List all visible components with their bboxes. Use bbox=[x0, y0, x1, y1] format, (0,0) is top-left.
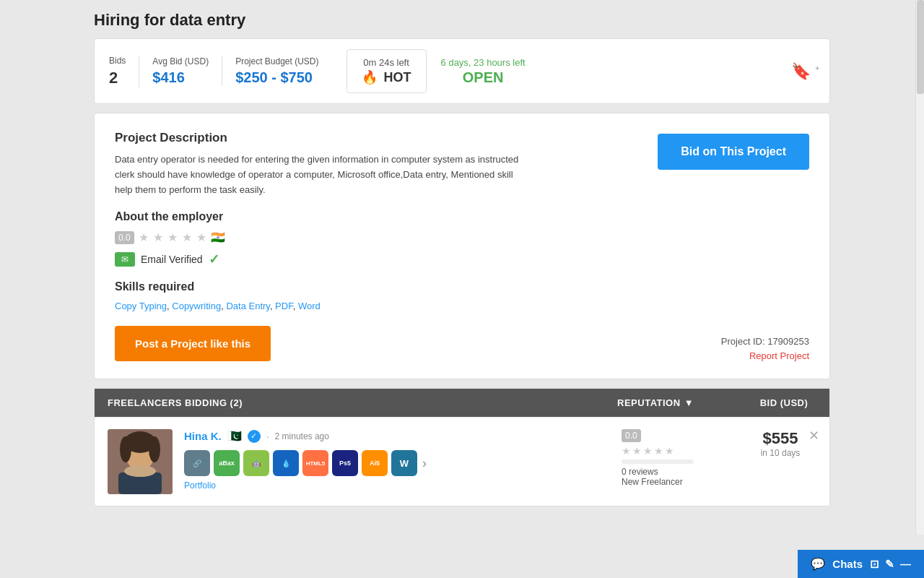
chats-minimize-icon[interactable]: — bbox=[900, 558, 911, 571]
freelancer-name[interactable]: Hina K. bbox=[184, 430, 222, 442]
skill-copy-typing[interactable]: Copy Typing bbox=[115, 301, 167, 311]
avg-bid-stat: Avg Bid (USD) $416 bbox=[139, 56, 222, 86]
project-id-text: Project ID: 17909253 bbox=[721, 336, 809, 347]
bids-label: Bids bbox=[109, 56, 126, 66]
svg-point-6 bbox=[120, 436, 131, 462]
svg-point-7 bbox=[149, 436, 160, 462]
portfolio-link[interactable]: Portfolio bbox=[184, 480, 216, 491]
chats-expand-icon[interactable]: ⊡ bbox=[870, 558, 879, 571]
fire-icon: 🔥 bbox=[362, 70, 378, 85]
skill-word[interactable]: Word bbox=[298, 301, 321, 311]
email-verified-row: ✉ Email Verified ✓ bbox=[115, 251, 519, 267]
rep-star-1: ★ bbox=[622, 445, 631, 457]
rep-bar bbox=[622, 460, 694, 464]
star-4: ★ bbox=[182, 230, 192, 244]
star-5: ★ bbox=[196, 230, 206, 244]
star-1: ★ bbox=[139, 230, 149, 244]
employer-rating-row: 0.0 ★ ★ ★ ★ ★ 🇮🇳 bbox=[115, 230, 519, 244]
freelancer-info: Hina K. 🇵🇰 ✓ · 2 minutes ago 🔗 aBax 🤖 💧 … bbox=[173, 429, 614, 491]
avg-bid-value: $416 bbox=[152, 69, 209, 86]
separator: · bbox=[266, 431, 269, 442]
rep-star-4: ★ bbox=[654, 445, 663, 457]
chats-label: Chats bbox=[832, 558, 863, 570]
bookmark-icon: 🔖 bbox=[791, 62, 811, 80]
scrollbar-thumb[interactable] bbox=[917, 0, 924, 94]
employer-rating-score: 0.0 bbox=[115, 231, 134, 244]
skill-icons-row: 🔗 aBax 🤖 💧 HTML5 Ps5 Ai5 W › bbox=[184, 450, 614, 476]
freelancers-section: FREELANCERS BIDDING (2) REPUTATION ▼ BID… bbox=[94, 388, 830, 506]
checkmark-icon: ✓ bbox=[209, 251, 219, 267]
rep-new-label: New Freelancer bbox=[622, 477, 737, 487]
bid-col-header: BID (USD) bbox=[751, 397, 816, 408]
skill-copywriting[interactable]: Copywriting bbox=[172, 301, 221, 311]
rep-score: 0.0 bbox=[622, 429, 641, 442]
skills-title: Skills required bbox=[115, 280, 519, 293]
skills-list: Copy Typing, Copywriting, Data Entry, PD… bbox=[115, 301, 519, 311]
budget-value: $250 - $750 bbox=[235, 69, 318, 86]
country-flag: 🇮🇳 bbox=[211, 230, 225, 244]
avg-bid-label: Avg Bid (USD) bbox=[152, 56, 209, 66]
project-card: Project Description Data entry operator … bbox=[94, 113, 830, 379]
skill-badge-ai5: Ai5 bbox=[362, 450, 388, 476]
bookmark-button[interactable]: 🔖 + bbox=[791, 62, 819, 81]
hot-label: 🔥 HOT bbox=[362, 69, 411, 85]
project-desc-title: Project Description bbox=[115, 131, 519, 145]
skill-data-entry[interactable]: Data Entry bbox=[226, 301, 269, 311]
scrollbar-track[interactable] bbox=[915, 0, 924, 535]
skill-badge-ajax: aBax bbox=[214, 450, 240, 476]
report-project-link[interactable]: Report Project bbox=[749, 350, 809, 361]
email-icon: ✉ bbox=[115, 252, 135, 267]
rep-star-5: ★ bbox=[665, 445, 674, 457]
sort-icon[interactable]: ▼ bbox=[684, 397, 694, 408]
chats-settings-icon[interactable]: ✎ bbox=[885, 558, 894, 571]
rep-star-2: ★ bbox=[632, 445, 642, 457]
skill-badge-link: 🔗 bbox=[184, 450, 210, 476]
page-title: Hiring for data entry bbox=[94, 11, 830, 30]
svg-point-4 bbox=[124, 465, 156, 477]
skill-pdf[interactable]: PDF bbox=[275, 301, 293, 311]
freelancer-row: Hina K. 🇵🇰 ✓ · 2 minutes ago 🔗 aBax 🤖 💧 … bbox=[95, 417, 829, 506]
skill-badge-drupal: 💧 bbox=[273, 450, 299, 476]
freelancer-time: 2 minutes ago bbox=[275, 431, 329, 441]
open-timer: 6 days, 23 hours left bbox=[441, 57, 526, 68]
project-desc-text: Data entry operator is needed for enteri… bbox=[115, 152, 519, 197]
freelancers-header: FREELANCERS BIDDING (2) REPUTATION ▼ BID… bbox=[95, 389, 829, 417]
email-verified-label: Email Verified bbox=[141, 254, 203, 265]
avatar bbox=[108, 429, 173, 494]
open-label: OPEN bbox=[441, 69, 526, 86]
skill-badge-ps5: Ps5 bbox=[332, 450, 358, 476]
avatar-svg bbox=[108, 429, 173, 494]
bids-stat: Bids 2 bbox=[109, 56, 139, 87]
bid-column: $555 in 10 days bbox=[744, 429, 816, 458]
hot-box: 0m 24s left 🔥 HOT bbox=[346, 49, 427, 93]
freelancer-flag: 🇵🇰 bbox=[227, 429, 242, 443]
rep-stars: ★ ★ ★ ★ ★ bbox=[622, 445, 737, 457]
freelancers-title: FREELANCERS BIDDING (2) bbox=[108, 397, 243, 408]
employer-title: About the employer bbox=[115, 210, 519, 223]
more-skills-button[interactable]: › bbox=[422, 456, 427, 471]
rep-star-3: ★ bbox=[643, 445, 653, 457]
star-3: ★ bbox=[167, 230, 178, 244]
budget-stat: Project Budget (USD) $250 - $750 bbox=[222, 56, 331, 86]
skill-badge-wp: W bbox=[391, 450, 417, 476]
bid-amount: $555 bbox=[744, 429, 816, 448]
reputation-column: 0.0 ★ ★ ★ ★ ★ 0 reviews New Freelancer bbox=[614, 429, 744, 487]
reputation-col-header: REPUTATION ▼ bbox=[617, 397, 694, 408]
freelancer-name-row: Hina K. 🇵🇰 ✓ · 2 minutes ago bbox=[184, 429, 614, 443]
verified-badge: ✓ bbox=[248, 430, 261, 443]
close-bidder-button[interactable]: ✕ bbox=[808, 428, 819, 444]
skill-badge-html5: HTML5 bbox=[302, 450, 328, 476]
chat-icon: 💬 bbox=[811, 557, 825, 571]
chats-controls: ⊡ ✎ — bbox=[870, 558, 911, 571]
bid-days: in 10 days bbox=[744, 448, 816, 458]
skill-badge-android: 🤖 bbox=[243, 450, 269, 476]
post-project-button[interactable]: Post a Project like this bbox=[115, 326, 271, 361]
project-id-area: Project ID: 17909253 Report Project bbox=[721, 336, 809, 361]
open-box: 6 days, 23 hours left OPEN bbox=[441, 57, 526, 86]
budget-label: Project Budget (USD) bbox=[235, 56, 318, 66]
stats-card: Bids 2 Avg Bid (USD) $416 Project Budget… bbox=[94, 38, 830, 104]
star-2: ★ bbox=[153, 230, 163, 244]
bid-on-project-button[interactable]: Bid on This Project bbox=[658, 134, 809, 170]
bids-value: 2 bbox=[109, 69, 126, 87]
chats-bar[interactable]: 💬 Chats ⊡ ✎ — bbox=[798, 550, 924, 578]
